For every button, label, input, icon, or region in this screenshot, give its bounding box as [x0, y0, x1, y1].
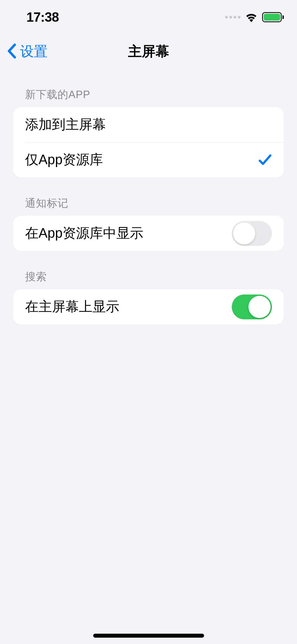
back-button[interactable]: 设置 [0, 42, 48, 61]
wifi-icon [245, 12, 258, 22]
row-label: 在App资源库中显示 [25, 224, 143, 242]
switch-show-in-app-library[interactable] [232, 221, 272, 246]
page-title: 主屏幕 [128, 42, 169, 61]
row-show-on-home: 在主屏幕上显示 [13, 289, 284, 324]
option-add-to-home[interactable]: 添加到主屏幕 [13, 107, 284, 142]
status-time: 17:38 [26, 10, 59, 25]
option-app-library-only[interactable]: 仅App资源库 [13, 142, 284, 177]
section-header-badges: 通知标记 [0, 177, 297, 216]
option-label: 仅App资源库 [25, 151, 103, 169]
row-label: 在主屏幕上显示 [25, 298, 119, 316]
section-header-search: 搜索 [0, 251, 297, 289]
battery-icon [262, 12, 284, 22]
status-icons [225, 12, 284, 22]
checkmark-icon [258, 153, 272, 167]
home-indicator[interactable] [93, 634, 204, 638]
list-group-new-apps: 添加到主屏幕 仅App资源库 [13, 107, 284, 177]
switch-show-on-home[interactable] [232, 295, 272, 319]
section-header-new-apps: 新下载的APP [0, 69, 297, 107]
option-label: 添加到主屏幕 [25, 116, 106, 134]
list-group-badges: 在App资源库中显示 [13, 216, 284, 251]
back-label: 设置 [20, 42, 48, 61]
list-group-search: 在主屏幕上显示 [13, 289, 284, 324]
row-show-in-app-library: 在App资源库中显示 [13, 216, 284, 251]
chevron-left-icon [7, 43, 17, 60]
navigation-bar: 设置 主屏幕 [0, 34, 297, 69]
status-bar: 17:38 [0, 0, 297, 34]
cellular-signal-icon [225, 16, 241, 19]
